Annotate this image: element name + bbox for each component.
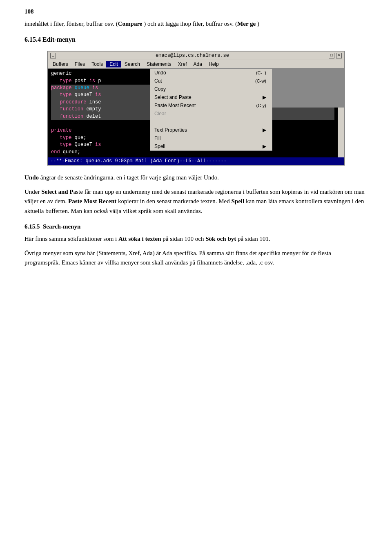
- menu-ada[interactable]: Ada: [190, 61, 205, 67]
- menu-select-paste[interactable]: Select and Paste ▶: [150, 93, 272, 101]
- paste-recent-label: Paste Most Recent: [154, 103, 196, 108]
- undo-paragraph: Undo ångrar de senaste ändringarna, en i…: [24, 173, 368, 182]
- text-properties-label: Text Properties: [154, 127, 187, 133]
- page-number: 108: [24, 8, 368, 15]
- gray-placeholder-box: [263, 69, 344, 108]
- emacs-statusbar: --**-Emacs: queue.ads 9:03pm Mail (Ada F…: [48, 157, 344, 165]
- paste-recent-shortcut: (C-y): [256, 103, 266, 108]
- select-paste-paragraph: Under Select and Paste får man upp en un…: [24, 187, 368, 216]
- menu-copy[interactable]: Copy: [150, 85, 272, 93]
- menu-paste-recent[interactable]: Paste Most Recent (C-y): [150, 101, 272, 110]
- menu-help[interactable]: Help: [205, 61, 222, 67]
- undo-text: ångrar de senaste ändringarna, en i tage…: [39, 174, 219, 181]
- menu-buffers[interactable]: Buffers: [49, 61, 71, 67]
- intro-text-1: innehållet i filer, föntser, buffrar osv…: [24, 20, 118, 27]
- last-paragraph: Övriga menyer som syns här (Statements, …: [24, 249, 368, 268]
- undo-keyword: Undo: [24, 174, 39, 181]
- search-text-1: Här finns samma sökfunktioner som i: [24, 235, 118, 242]
- emacs-titlebar: _ emacs@lips.cs.chalmers.se □ ×: [48, 52, 344, 60]
- search-text-2: på sidan 100 och: [161, 235, 206, 242]
- clear-label: Clear: [154, 111, 166, 117]
- select-paste-bold: Select and P: [41, 188, 73, 195]
- menu-tools[interactable]: Tools: [88, 61, 106, 67]
- paste-most-recent-bold: Paste Most Recent: [68, 198, 116, 204]
- menu-spell[interactable]: Spell ▶: [150, 142, 272, 150]
- menu-statements[interactable]: Statements: [143, 61, 175, 67]
- maximize-button[interactable]: □: [329, 53, 334, 58]
- select-paste-label: Select and Paste: [154, 94, 192, 100]
- aste-text: aste: [74, 188, 83, 195]
- emacs-menubar: Buffers Files Tools Edit Search Statemen…: [48, 60, 344, 69]
- spell-bold: Spell: [231, 198, 244, 204]
- section-6155-title: Search-menyn: [43, 223, 80, 230]
- close-button[interactable]: ×: [336, 53, 342, 58]
- spell-label: Spell: [154, 143, 165, 149]
- menu-files[interactable]: Files: [71, 61, 88, 67]
- search-menyn-paragraph: Här finns samma sökfunktioner som i Att …: [24, 234, 368, 244]
- undo-shortcut: (C-_): [256, 70, 266, 75]
- menu-xref[interactable]: Xref: [175, 61, 190, 67]
- merge-bold: Mer ge: [237, 20, 256, 27]
- select-paste-arrow: ▶: [263, 94, 266, 100]
- copy-label: Copy: [154, 86, 166, 92]
- minimize-button[interactable]: _: [50, 53, 56, 58]
- section-6155-number: 6.15.5: [24, 223, 40, 230]
- under-prefix: Under: [24, 188, 41, 195]
- compare-bold: Compare: [118, 20, 143, 27]
- statusbar-text: --**-Emacs: queue.ads 9:03pm Mail (Ada F…: [50, 158, 227, 164]
- undo-label: Undo: [154, 70, 166, 76]
- att-soka-bold: Att söka i texten: [118, 235, 161, 242]
- window-title: emacs@lips.cs.chalmers.se: [156, 53, 229, 58]
- edit-dropdown-menu: Undo (C-_) Cut (C-w) Copy Select and Pas…: [150, 69, 272, 151]
- emacs-window: _ emacs@lips.cs.chalmers.se □ × Buffers …: [47, 51, 345, 166]
- intro-text-2: ) och att lägga ihop filer, buffrar osv.…: [142, 20, 237, 27]
- text-properties-arrow: ▶: [263, 127, 266, 133]
- last-text: Övriga menyer som syns här (Statements, …: [24, 250, 331, 266]
- intro-text-3: ): [256, 20, 259, 27]
- section-6155-heading: 6.15.5 Search-menyn: [24, 223, 368, 230]
- menu-cut[interactable]: Cut (C-w): [150, 77, 272, 85]
- paste-most-recent-desc: kopierar in den senast markerade texten.…: [116, 198, 231, 204]
- menu-separator: [150, 118, 272, 126]
- sok-och-byt-bold: Sök och byt: [205, 235, 236, 242]
- menu-search[interactable]: Search: [121, 61, 143, 67]
- section-615-heading: 6.15.4 Edit-menyn: [24, 36, 368, 43]
- emacs-body: generic type post is p package queue is …: [48, 69, 344, 157]
- spell-arrow: ▶: [263, 143, 266, 149]
- cut-label: Cut: [154, 78, 162, 84]
- menu-edit[interactable]: Edit: [106, 61, 121, 67]
- cut-shortcut: (C-w): [255, 78, 266, 83]
- search-text-3: på sidan 101.: [236, 235, 270, 242]
- titlebar-right-buttons: □ ×: [329, 53, 342, 58]
- titlebar-buttons: _: [50, 53, 56, 58]
- menu-fill[interactable]: Fill: [150, 134, 272, 142]
- menu-clear: Clear: [150, 110, 272, 118]
- intro-paragraph: innehållet i filer, föntser, buffrar osv…: [24, 19, 368, 29]
- menu-text-properties[interactable]: Text Properties ▶: [150, 126, 272, 134]
- fill-label: Fill: [154, 135, 160, 141]
- menu-undo[interactable]: Undo (C-_): [150, 69, 272, 77]
